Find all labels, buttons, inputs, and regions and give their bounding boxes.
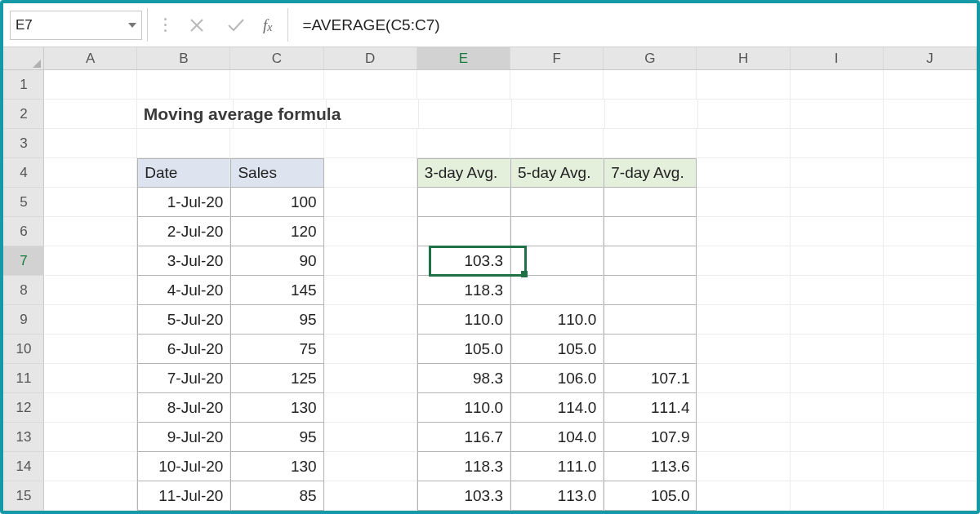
cell-sales[interactable]: 145 (230, 276, 323, 305)
cell[interactable] (697, 452, 790, 481)
cell[interactable] (697, 158, 790, 188)
chevron-down-icon[interactable] (128, 23, 136, 28)
cell-date[interactable]: 9-Jul-20 (137, 423, 230, 452)
cell-5day[interactable] (510, 246, 604, 276)
formula-input[interactable]: =AVERAGE(C5:C7) (288, 3, 978, 47)
cell-5day[interactable] (510, 188, 604, 217)
cell[interactable] (884, 393, 977, 423)
cell[interactable] (791, 70, 884, 100)
cell[interactable] (697, 188, 790, 217)
cell[interactable] (791, 188, 884, 217)
header-sales[interactable]: Sales (230, 158, 323, 188)
cell[interactable] (604, 129, 697, 158)
cell-3day[interactable] (417, 188, 510, 217)
cell-7day[interactable] (604, 276, 697, 305)
cell-date[interactable]: 5-Jul-20 (137, 305, 230, 335)
cell[interactable] (884, 100, 977, 129)
cell[interactable] (324, 158, 417, 188)
cell[interactable] (417, 129, 510, 158)
column-header[interactable]: C (230, 47, 323, 69)
cell[interactable] (884, 335, 977, 364)
cells-area[interactable]: Moving average formulaDateSales3-day Avg… (44, 70, 977, 511)
cell-5day[interactable]: 111.0 (510, 452, 604, 481)
cell[interactable] (137, 129, 230, 158)
cell-3day[interactable]: 116.7 (417, 423, 510, 452)
cell[interactable] (791, 246, 884, 276)
row-header[interactable]: 2 (3, 100, 44, 129)
cell[interactable] (884, 423, 977, 452)
cell[interactable] (605, 100, 698, 129)
cell[interactable] (44, 452, 137, 481)
cell-5day[interactable]: 110.0 (510, 305, 604, 335)
cell-3day[interactable]: 103.3 (417, 246, 510, 276)
cell[interactable] (884, 305, 977, 335)
cell-7day[interactable] (604, 246, 697, 276)
column-header[interactable]: D (324, 47, 417, 69)
cell[interactable] (324, 364, 417, 393)
cell[interactable] (510, 129, 604, 158)
enter-check-icon[interactable] (227, 18, 245, 33)
cell-5day[interactable]: 104.0 (510, 423, 604, 452)
cell-5day[interactable]: 113.0 (510, 481, 604, 511)
cell[interactable] (324, 70, 417, 100)
cell-date[interactable]: 7-Jul-20 (137, 364, 230, 393)
cell[interactable] (697, 423, 790, 452)
cell[interactable] (230, 70, 323, 100)
cell[interactable] (791, 335, 884, 364)
row-header[interactable]: 14 (3, 452, 44, 481)
cell[interactable] (324, 129, 417, 158)
fx-icon[interactable]: fx (263, 3, 287, 47)
cell-3day[interactable]: 105.0 (417, 335, 510, 364)
header-3day[interactable]: 3-day Avg. (417, 158, 510, 188)
row-header[interactable]: 4 (3, 158, 44, 188)
cell[interactable] (791, 481, 884, 511)
cell-date[interactable]: 4-Jul-20 (137, 276, 230, 305)
row-header[interactable]: 13 (3, 423, 44, 452)
cell[interactable] (697, 276, 790, 305)
cell-sales[interactable]: 130 (230, 393, 323, 423)
cell[interactable] (884, 217, 977, 246)
row-header[interactable]: 5 (3, 188, 44, 217)
cell[interactable] (791, 158, 884, 188)
row-header[interactable]: 12 (3, 393, 44, 423)
cell[interactable] (884, 481, 977, 511)
row-header[interactable]: 9 (3, 305, 44, 335)
cell-3day[interactable]: 98.3 (417, 364, 510, 393)
row-header[interactable]: 15 (3, 481, 44, 511)
cell-3day[interactable] (417, 217, 510, 246)
row-header[interactable]: 7 (3, 246, 44, 276)
cell-5day[interactable]: 106.0 (510, 364, 604, 393)
cell[interactable] (791, 423, 884, 452)
cell-date[interactable]: 2-Jul-20 (137, 217, 230, 246)
cell-date[interactable]: 1-Jul-20 (137, 188, 230, 217)
cell[interactable] (884, 246, 977, 276)
cell[interactable] (697, 481, 790, 511)
cell-sales[interactable]: 75 (230, 335, 323, 364)
cell[interactable] (512, 100, 605, 129)
cell-date[interactable]: 3-Jul-20 (137, 246, 230, 276)
cell[interactable] (884, 158, 977, 188)
header-5day[interactable]: 5-day Avg. (510, 158, 604, 188)
row-header[interactable]: 8 (3, 276, 44, 305)
cell[interactable] (697, 70, 790, 100)
cell[interactable] (884, 276, 977, 305)
cell[interactable] (44, 217, 137, 246)
cell[interactable] (44, 335, 137, 364)
cell-date[interactable]: 10-Jul-20 (137, 452, 230, 481)
cell[interactable] (44, 481, 137, 511)
cell-7day[interactable]: 113.6 (604, 452, 697, 481)
cell[interactable] (884, 70, 977, 100)
cell[interactable] (324, 335, 417, 364)
column-header[interactable]: E (417, 47, 510, 69)
cell[interactable] (324, 452, 417, 481)
cell-date[interactable]: 8-Jul-20 (137, 393, 230, 423)
cell-3day[interactable]: 103.3 (417, 481, 510, 511)
cell-5day[interactable] (510, 217, 604, 246)
cell[interactable] (604, 70, 697, 100)
cell[interactable] (697, 305, 790, 335)
column-header[interactable]: I (791, 47, 884, 69)
cell[interactable] (44, 246, 137, 276)
cell[interactable] (791, 305, 884, 335)
cell-7day[interactable]: 105.0 (604, 481, 697, 511)
cell[interactable] (884, 188, 977, 217)
